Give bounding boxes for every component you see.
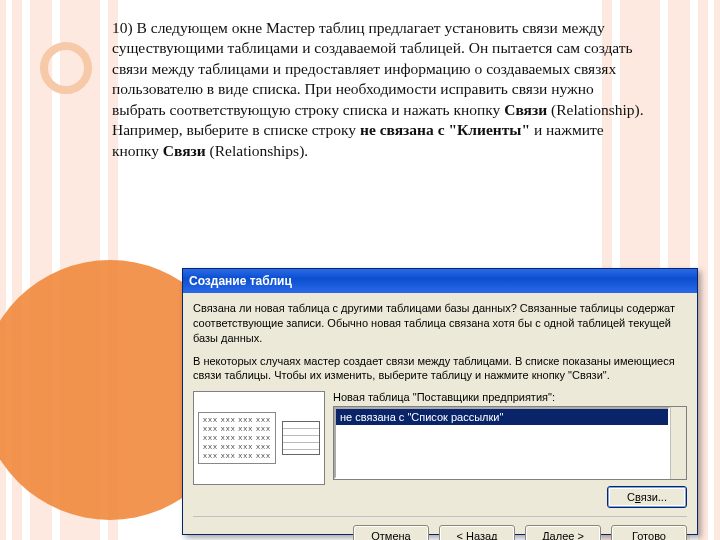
- slide-text-b1: Связи: [504, 101, 547, 118]
- dialog-footer-buttons: Отмена < Назад Далее > Готово: [193, 516, 687, 540]
- dialog-body: Связана ли новая таблица с другими табли…: [183, 293, 697, 540]
- slide-text: 10) В следующем окне Мастер таблиц предл…: [0, 0, 720, 161]
- dialog-paragraph-1: Связана ли новая таблица с другими табли…: [193, 301, 687, 346]
- slide-text-part4: (Relationships).: [206, 142, 308, 159]
- relations-column: Новая таблица "Поставщики предприятия": …: [333, 391, 687, 508]
- wizard-illustration: XXX XXX XXX XXX XXX XXX XXX XXX XXX XXX …: [193, 391, 325, 485]
- mini-grid-icon: [282, 421, 320, 455]
- dialog-titlebar[interactable]: Создание таблиц: [183, 269, 697, 293]
- relations-listbox-frame: не связана с "Список рассылки": [333, 406, 687, 480]
- relationships-button[interactable]: Связи...: [607, 486, 687, 508]
- list-item[interactable]: не связана с "Список рассылки": [336, 409, 668, 425]
- mini-table-icon: XXX XXX XXX XXX XXX XXX XXX XXX XXX XXX …: [198, 412, 276, 464]
- next-button[interactable]: Далее >: [525, 525, 601, 540]
- slide: 10) В следующем окне Мастер таблиц предл…: [0, 0, 720, 540]
- dialog-mid-row: XXX XXX XXX XXX XXX XXX XXX XXX XXX XXX …: [193, 391, 687, 508]
- links-button-row: Связи...: [333, 486, 687, 508]
- new-table-label: Новая таблица "Поставщики предприятия":: [333, 391, 687, 403]
- slide-text-b3: Связи: [163, 142, 206, 159]
- slide-text-b2: не связана с "Клиенты": [360, 121, 530, 138]
- dialog-title: Создание таблиц: [189, 274, 292, 288]
- back-button[interactable]: < Назад: [439, 525, 515, 540]
- scrollbar[interactable]: [670, 407, 686, 479]
- cancel-button[interactable]: Отмена: [353, 525, 429, 540]
- dialog-paragraph-2: В некоторых случаях мастер создает связи…: [193, 354, 687, 384]
- relations-listbox[interactable]: не связана с "Список рассылки": [334, 407, 670, 479]
- finish-button[interactable]: Готово: [611, 525, 687, 540]
- table-wizard-dialog: Создание таблиц Связана ли новая таблица…: [182, 268, 698, 535]
